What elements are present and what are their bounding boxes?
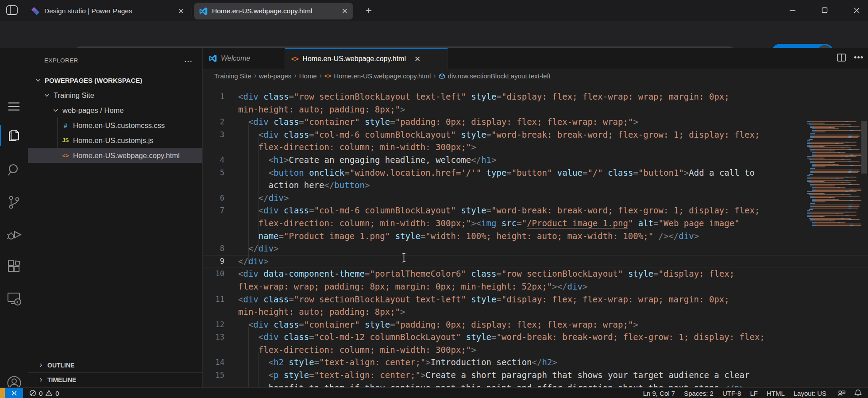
code-row[interactable]: 9</div> xyxy=(203,255,868,268)
html-file-icon: <> xyxy=(324,73,331,79)
code-row[interactable]: 5 <button onclick="window.location.href=… xyxy=(203,166,868,179)
breadcrumb-item[interactable]: web-pages xyxy=(259,72,291,80)
minimap-line xyxy=(810,184,860,185)
code-row[interactable]: flex-wrap: wrap; padding: 8px; margin: 0… xyxy=(203,280,868,293)
text-cursor-pointer xyxy=(401,252,407,263)
extensions-icon[interactable] xyxy=(0,255,28,278)
code-row[interactable]: action here</button> xyxy=(203,179,868,192)
code-row[interactable]: 1<div class="row sectionBlockLayout text… xyxy=(203,90,868,103)
explorer-item-powerpages-workspace[interactable]: POWERPAGES (WORKSPACE) xyxy=(28,73,202,88)
editor-more-actions-icon[interactable]: ••• xyxy=(854,53,864,62)
status-eol[interactable]: LF xyxy=(745,390,762,397)
menu-icon[interactable] xyxy=(0,95,28,118)
remote-explorer-icon[interactable] xyxy=(0,287,28,310)
status-language-mode[interactable]: HTML xyxy=(762,390,789,397)
feedback-icon[interactable] xyxy=(834,390,848,397)
explorer-item-home-en-us-customjs-js[interactable]: JSHome.en-US.customjs.js xyxy=(28,133,202,148)
code-row[interactable]: flex-direction: column; min-width: 300px… xyxy=(203,141,868,154)
code-row[interactable]: 13 <div class="col-md-12 columnBlockLayo… xyxy=(203,331,868,344)
vertical-scrollbar[interactable] xyxy=(861,121,867,174)
minimap-line xyxy=(807,140,810,141)
browser-tab-webpage-copy[interactable]: Home.en-US.webpage.copy.html ✕ xyxy=(194,3,353,19)
minimap-line xyxy=(812,152,845,153)
code-row[interactable]: flex-direction: column; min-width: 300px… xyxy=(203,344,868,356)
window-maximize-button[interactable] xyxy=(817,4,832,17)
remote-indicator[interactable] xyxy=(5,388,23,398)
explorer-item-home-en-us-webpage-copy-html[interactable]: <>Home.en-US.webpage.copy.html xyxy=(28,148,202,163)
outline-panel-header[interactable]: OUTLINE xyxy=(28,358,202,372)
timeline-panel-header[interactable]: TIMELINE xyxy=(28,372,202,387)
minimap-line xyxy=(810,149,860,150)
code-row[interactable]: flex-direction: column; min-width: 300px… xyxy=(203,217,868,230)
source-control-icon[interactable] xyxy=(0,191,28,214)
line-number: 12 xyxy=(203,318,224,331)
breadcrumb-item[interactable]: Home xyxy=(299,72,317,80)
line-number: 5 xyxy=(203,166,224,179)
minimap-line xyxy=(810,136,860,137)
browser-tab-design-studio[interactable]: Design studio | Power Pages ✕ xyxy=(26,3,189,19)
tree-item-label: POWERPAGES (WORKSPACE) xyxy=(45,77,142,84)
status-encoding[interactable]: UTF-8 xyxy=(718,390,746,397)
code-editor[interactable]: 1<div class="row sectionBlockLayout text… xyxy=(203,82,868,387)
run-debug-icon[interactable] xyxy=(0,223,28,246)
status-bar: 0 0 Ln 9, Col 7Spaces: 2UTF-8LFHTMLLayou… xyxy=(0,387,868,398)
window-close-button[interactable] xyxy=(849,4,864,17)
search-icon[interactable] xyxy=(0,158,28,182)
code-row[interactable]: 2 <div class="container" style="padding:… xyxy=(203,116,868,128)
code-row[interactable]: name="Product image 1.png" style="width:… xyxy=(203,230,868,243)
line-number: 9 xyxy=(203,255,224,268)
explorer-more-actions-icon[interactable]: … xyxy=(184,54,193,64)
code-row[interactable]: 14 <h2 style="text-align: center;">Intro… xyxy=(203,356,868,369)
code-row[interactable]: benefit to them if they continue past th… xyxy=(203,382,868,387)
breadcrumb-item[interactable]: div.row.sectionBlockLayout.text-left xyxy=(448,72,551,80)
line-number xyxy=(203,344,224,356)
minimap-line xyxy=(810,197,835,198)
breadcrumb: Training Site›web-pages›Home›<>Home.en-U… xyxy=(203,69,868,82)
minimap[interactable] xyxy=(807,121,859,229)
explorer-item-training-site[interactable]: Training Site xyxy=(28,88,202,103)
problems-indicator[interactable]: 0 0 xyxy=(29,388,59,398)
tree-item-label: Home.en-US.customjs.js xyxy=(73,136,154,145)
new-tab-button[interactable]: + xyxy=(362,4,375,18)
breadcrumb-item[interactable]: Training Site xyxy=(214,72,251,80)
code-row[interactable]: 6 </div> xyxy=(203,192,868,205)
code-row[interactable]: 3 <div class="col-md-6 columnBlockLayout… xyxy=(203,128,868,141)
code-row[interactable]: 15 <p style="text-align: center;">Create… xyxy=(203,369,868,382)
code-row[interactable]: 7 <div class="col-md-6 columnBlockLayout… xyxy=(203,204,868,217)
code-row[interactable]: min-height: auto; padding: 8px;"> xyxy=(203,103,868,116)
code-row[interactable]: 10<div data-component-theme="portalTheme… xyxy=(203,267,868,280)
split-editor-icon[interactable] xyxy=(836,52,847,63)
code-row[interactable]: 12 <div class="container" style="padding… xyxy=(203,318,868,331)
explorer-item-web-pages-home[interactable]: web-pages / Home xyxy=(28,103,202,118)
status-keyboard-layout[interactable]: Layout: US xyxy=(789,390,831,397)
vscode-favicon xyxy=(199,7,208,15)
tab-close-icon[interactable]: ✕ xyxy=(414,54,420,64)
tab-title: Design studio | Power Pages xyxy=(44,7,170,15)
file-type-css-icon: # xyxy=(61,122,70,129)
minimap-line xyxy=(810,220,835,221)
breadcrumb-separator-icon: › xyxy=(294,72,296,80)
minimap-line xyxy=(809,194,851,195)
code-row[interactable]: min-height: auto; padding: 8px;"> xyxy=(203,305,868,318)
explorer-item-home-en-us-customcss-css[interactable]: #Home.en-US.customcss.css xyxy=(28,118,202,133)
minimap-line xyxy=(810,151,835,151)
code-row[interactable]: 4 <h1>Create an engaging headline, welco… xyxy=(203,154,868,166)
tab-actions-icon[interactable] xyxy=(6,5,18,15)
notifications-bell-icon[interactable] xyxy=(852,389,864,397)
status-cursor-position[interactable]: Ln 9, Col 7 xyxy=(639,390,680,397)
breadcrumb-item[interactable]: Home.en-US.webpage.copy.html xyxy=(334,72,431,80)
code-text: <div data-component-theme="portalThemeCo… xyxy=(238,267,734,280)
minimap-line xyxy=(807,215,856,216)
minimap-line xyxy=(807,212,856,213)
code-row[interactable]: 11<div class="row sectionBlockLayout tex… xyxy=(203,293,868,306)
window-minimize-button[interactable] xyxy=(785,4,800,17)
editor-tab-webpage-copy[interactable]: <> Home.en-US.webpage.copy.html ✕ xyxy=(285,48,448,69)
status-indentation[interactable]: Spaces: 2 xyxy=(679,390,718,397)
explorer-files-icon[interactable] xyxy=(0,124,28,147)
code-row[interactable]: 8 </div> xyxy=(203,242,868,255)
tab-close-icon[interactable]: ✕ xyxy=(342,8,348,15)
editor-tab-welcome[interactable]: Welcome xyxy=(203,48,285,69)
activity-bar xyxy=(0,48,28,387)
tab-close-icon[interactable]: ✕ xyxy=(178,8,184,15)
minimap-line xyxy=(810,208,858,209)
